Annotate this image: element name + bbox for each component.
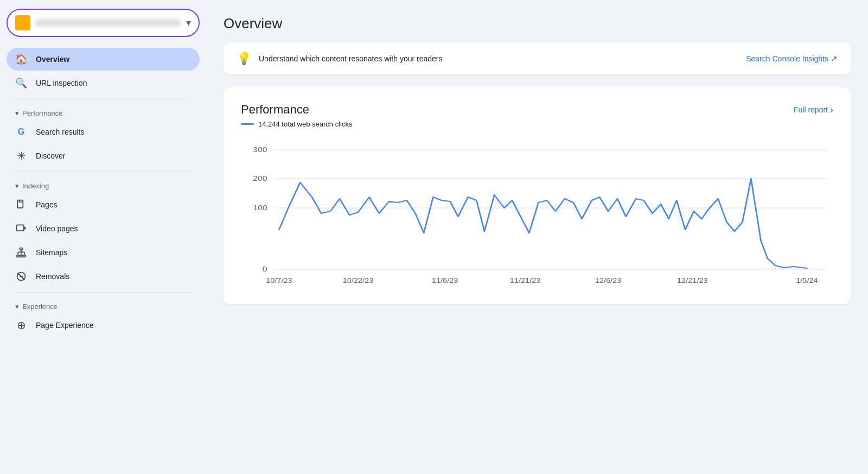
google-g-icon: G: [15, 126, 27, 138]
divider-indexing: [15, 172, 191, 172]
property-selector[interactable]: ▾: [7, 9, 200, 37]
svg-text:10/7/23: 10/7/23: [266, 277, 292, 284]
divider-experience: [15, 292, 191, 293]
removals-icon: [15, 270, 27, 282]
legend-line: [241, 123, 254, 125]
property-icon: [15, 15, 30, 30]
svg-rect-0: [17, 200, 23, 208]
bulb-icon: 💡: [237, 52, 251, 66]
pages-icon: [15, 199, 27, 211]
external-link-icon: ↗: [831, 54, 838, 64]
sidebar-item-overview[interactable]: 🏠 Overview: [7, 48, 200, 71]
section-experience-header[interactable]: ▾ Experience: [7, 297, 200, 313]
svg-text:200: 200: [253, 174, 267, 182]
sidebar-item-pages[interactable]: Pages: [7, 193, 200, 216]
section-performance-collapse-icon: ▾: [15, 109, 19, 117]
metric-label: 14,244 total web search clicks: [258, 120, 352, 128]
main-content: Overview 💡 Understand which content reso…: [206, 0, 868, 474]
sidebar-item-discover-label: Discover: [36, 151, 65, 160]
sidebar-item-search-results[interactable]: G Search results: [7, 121, 200, 143]
sidebar-item-page-experience[interactable]: ⊕ Page Experience: [7, 314, 200, 337]
svg-text:300: 300: [253, 146, 267, 153]
video-pages-icon: [15, 223, 27, 235]
search-console-insights-link[interactable]: Search Console Insights ↗: [746, 54, 838, 64]
search-icon: 🔍: [15, 77, 27, 89]
section-experience-label: Experience: [22, 302, 58, 311]
sidebar-item-overview-label: Overview: [36, 55, 69, 64]
performance-chart: 300 200 100 0 10/7/23 10/22/23 11/6/23 1…: [241, 139, 833, 291]
full-report-label: Full report: [794, 105, 828, 114]
sidebar-item-removals-label: Removals: [36, 272, 69, 281]
metric-legend: 14,244 total web search clicks: [241, 120, 833, 128]
svg-rect-4: [20, 255, 23, 257]
section-performance-header[interactable]: ▾ Performance: [7, 104, 200, 119]
sidebar: ▾ 🏠 Overview 🔍 URL inspection ▾ Performa…: [0, 0, 206, 474]
sidebar-item-sitemaps-label: Sitemaps: [36, 248, 67, 257]
divider-performance: [15, 99, 191, 99]
page-title: Overview: [224, 15, 851, 32]
sidebar-item-sitemaps[interactable]: Sitemaps: [7, 241, 200, 264]
full-report-link[interactable]: Full report ›: [794, 104, 833, 116]
svg-text:10/22/23: 10/22/23: [343, 277, 374, 284]
insight-banner: 💡 Understand which content resonates wit…: [224, 43, 851, 74]
section-indexing-collapse-icon: ▾: [15, 182, 19, 190]
svg-rect-3: [17, 255, 20, 257]
section-experience-collapse-icon: ▾: [15, 302, 19, 311]
sidebar-item-page-experience-label: Page Experience: [36, 321, 94, 330]
chevron-right-icon: ›: [830, 104, 833, 116]
svg-text:12/21/23: 12/21/23: [677, 277, 708, 284]
sidebar-item-video-pages-label: Video pages: [36, 224, 78, 233]
svg-text:11/6/23: 11/6/23: [432, 277, 458, 284]
performance-card-title: Performance: [241, 103, 309, 117]
performance-card: Performance Full report › 14,244 total w…: [224, 87, 851, 304]
sidebar-item-pages-label: Pages: [36, 200, 58, 209]
property-chevron-icon: ▾: [186, 17, 191, 29]
svg-text:11/21/23: 11/21/23: [510, 277, 541, 284]
sidebar-item-discover[interactable]: ✳ Discover: [7, 144, 200, 167]
home-icon: 🏠: [15, 53, 27, 65]
performance-line: [279, 179, 807, 268]
search-console-insights-label: Search Console Insights: [746, 54, 828, 63]
insight-banner-text: Understand which content resonates with …: [259, 54, 738, 63]
chart-svg: 300 200 100 0 10/7/23 10/22/23 11/6/23 1…: [241, 139, 833, 291]
sidebar-item-removals[interactable]: Removals: [7, 265, 200, 288]
sidebar-item-url-inspection[interactable]: 🔍 URL inspection: [7, 72, 200, 94]
section-performance-label: Performance: [22, 109, 62, 117]
svg-text:12/6/23: 12/6/23: [595, 277, 622, 284]
sidebar-item-url-inspection-label: URL inspection: [36, 79, 87, 87]
svg-text:100: 100: [253, 204, 267, 211]
section-indexing-label: Indexing: [22, 182, 49, 190]
sitemaps-icon: [15, 247, 27, 258]
card-header: Performance Full report ›: [241, 103, 833, 117]
sidebar-item-video-pages[interactable]: Video pages: [7, 217, 200, 240]
svg-rect-1: [17, 225, 24, 231]
svg-text:1/5/24: 1/5/24: [796, 277, 818, 284]
section-indexing-header[interactable]: ▾ Indexing: [7, 176, 200, 192]
svg-rect-2: [20, 248, 23, 250]
svg-rect-5: [23, 255, 25, 257]
discover-icon: ✳: [15, 150, 27, 162]
property-name-blurred: [36, 19, 181, 27]
sidebar-item-search-results-label: Search results: [36, 128, 84, 136]
page-experience-icon: ⊕: [15, 319, 27, 331]
svg-text:0: 0: [263, 265, 267, 273]
